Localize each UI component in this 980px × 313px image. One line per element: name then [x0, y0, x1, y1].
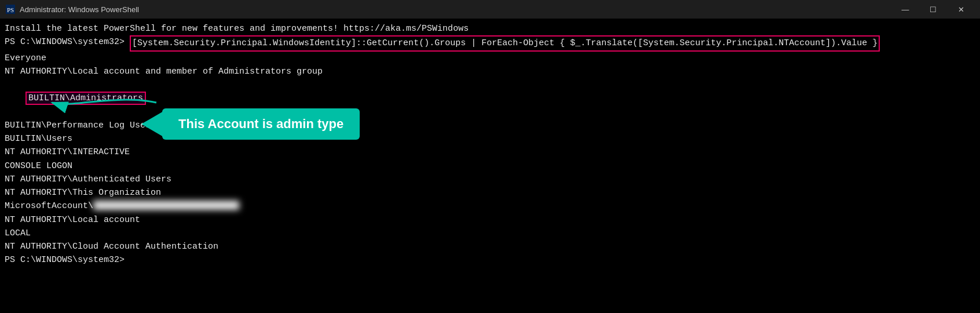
install-line: Install the latest PowerShell for new fe…	[5, 22, 975, 35]
terminal-body: Install the latest PowerShell for new fe…	[0, 19, 980, 271]
blurred-account: ████████████████████████████	[93, 201, 239, 211]
minimize-button[interactable]: —	[892, 0, 919, 19]
annotation-tooltip: This Account is admin type	[162, 108, 360, 140]
output-local: LOCAL	[5, 227, 975, 240]
output-prompt-final: PS C:\WINDOWS\system32>	[5, 253, 975, 267]
output-authenticated-users: NT AUTHORITY\Authenticated Users	[5, 173, 975, 186]
highlighted-group: BUILTIN\Administrators	[25, 92, 146, 105]
svg-text:PS: PS	[7, 6, 14, 13]
output-ntauthority-local: NT AUTHORITY\Local account and member of…	[5, 65, 975, 78]
title-bar: PS Administrator: Windows PowerShell — ☐…	[0, 0, 980, 19]
prompt-1: PS C:\WINDOWS\system32>	[5, 35, 130, 49]
window-title: Administrator: Windows PowerShell	[20, 5, 139, 14]
output-interactive: NT AUTHORITY\INTERACTIVE	[5, 145, 975, 159]
output-everyone: Everyone	[5, 52, 975, 65]
output-microsoft-account: MicrosoftAccount\███████████████████████…	[5, 199, 975, 213]
command-box: [System.Security.Principal.WindowsIdenti…	[130, 35, 880, 51]
output-local-account: NT AUTHORITY\Local account	[5, 213, 975, 227]
output-this-org: NT AUTHORITY\This Organization	[5, 186, 975, 199]
close-button[interactable]: ✕	[948, 0, 974, 19]
output-cloud-auth: NT AUTHORITY\Cloud Account Authenticatio…	[5, 240, 975, 253]
powershell-icon: PS	[6, 5, 15, 14]
maximize-button[interactable]: ☐	[920, 0, 946, 19]
command-line: PS C:\WINDOWS\system32> [System.Security…	[5, 35, 975, 51]
output-console-logon: CONSOLE LOGON	[5, 159, 975, 173]
